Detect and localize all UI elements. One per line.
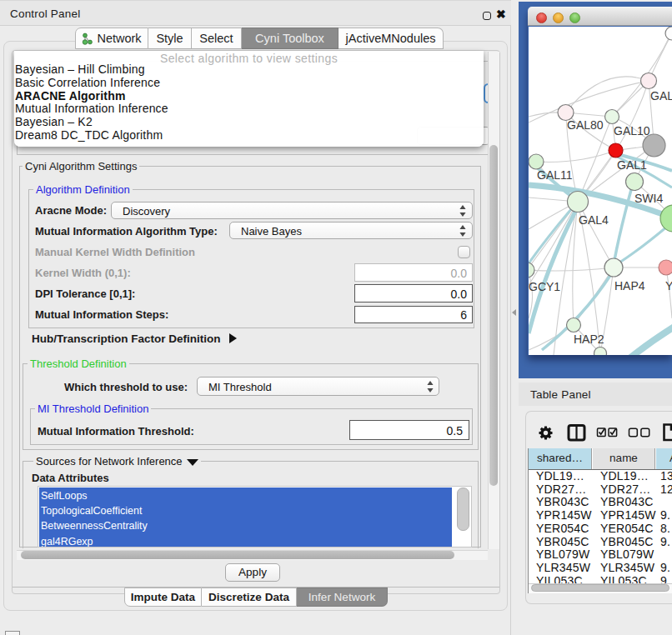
svg-text:GAL4: GAL4 <box>579 213 609 227</box>
svg-text:GAL1: GAL1 <box>617 158 647 172</box>
svg-text:HAP4: HAP4 <box>614 279 645 292</box>
svg-text:YD: YD <box>665 279 672 292</box>
svg-text:GAL11: GAL11 <box>537 168 573 182</box>
svg-text:SWI4: SWI4 <box>634 192 663 205</box>
svg-text:GAL2: GAL2 <box>650 89 672 102</box>
svg-text:GCY1: GCY1 <box>529 280 560 293</box>
svg-text:HAP2: HAP2 <box>574 332 604 346</box>
svg-text:GAL80: GAL80 <box>567 118 604 132</box>
svg-text:GAL10: GAL10 <box>614 124 650 138</box>
